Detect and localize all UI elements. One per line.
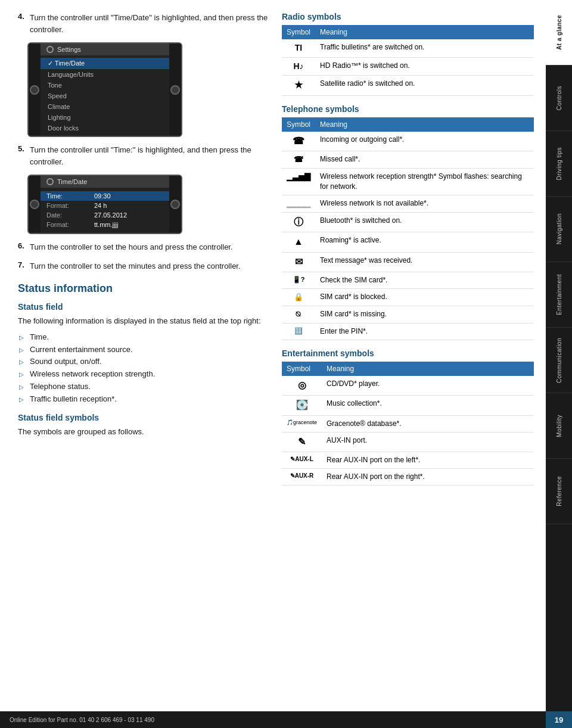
screen1-item-tone[interactable]: Tone [41,80,169,91]
sidebar-label-navigation: Navigation [556,213,562,244]
table-row: 🎵gracenote Gracenote® database*. [282,415,534,432]
radio-symbol-ti: TI [282,39,315,57]
status-information-heading: Status information [18,282,270,295]
radio-symbol-hd: H♪ [282,57,315,76]
tel-symbol-sms: ✉ [282,252,315,272]
tel-meaning-sim-missing: SIM card* is missing. [315,306,534,323]
screen1-menu: ✓ Time/Date Language/Units Tone Speed Cl… [41,55,169,136]
screen2-format2-label: Format: [46,221,94,228]
radio-col-meaning: Meaning [315,25,534,39]
status-field-symbols-desc: The symbols are grouped as follows. [18,426,270,438]
tel-symbol-roaming: ▲ [282,232,315,252]
tel-meaning-sim-check: Check the SIM card*. [315,272,534,289]
ent-symbol-gracenote: 🎵gracenote [282,415,322,432]
ent-symbol-aux: ✎ [282,432,322,452]
screen2-format1-label: Format: [46,202,94,209]
ent-col-meaning: Meaning [322,362,534,376]
main-content: 4. Turn the controller until "Time/Date"… [0,0,546,728]
screen2-row-date[interactable]: Date: 27.05.2012 [41,210,169,220]
screen2-row-format2[interactable]: Format: tt.mm.jjjj [41,220,169,229]
tel-meaning-missed: Missed call*. [315,151,534,168]
screen1-item-language[interactable]: Language/Units [41,69,169,80]
table-row: ⦰ SIM card* is missing. [282,306,534,323]
step-6-number: 6. [18,241,30,253]
screen2-date-label: Date: [46,211,94,219]
screen2-row-format1[interactable]: Format: 24 h [41,201,169,210]
screen-1: Settings ✓ Time/Date Language/Units Tone… [27,42,182,137]
step-7: 7. Turn the controller to set the minute… [18,260,270,272]
ent-symbol-cd: ◎ [282,376,322,396]
table-row: 🔢 Enter the PIN*. [282,323,534,340]
tel-symbol-bluetooth: ⓘ [282,212,315,232]
screen1-title: Settings [57,46,81,53]
sidebar-label-driving-tips: Driving tips [556,147,562,180]
screen2-date-value: 27.05.2012 [94,211,163,219]
screen2-format1-value: 24 h [94,202,163,209]
sidebar-item-controls[interactable]: Controls [546,66,572,131]
ent-meaning-music: Music collection*. [322,396,534,415]
tel-meaning-call: Incoming or outgoing call*. [315,132,534,151]
table-row: ☎̸ Missed call*. [282,151,534,168]
sidebar-item-navigation[interactable]: Navigation [546,197,572,262]
radio-meaning-hd: HD Radio™* is switched on. [315,57,534,76]
radio-symbols-heading: Radio symbols [282,12,534,21]
screen2-time-value: 09:30 [94,192,163,200]
right-column: Radio symbols Symbol Meaning TI Traffic … [282,12,534,704]
footer: Online Edition for Part no. 01 40 2 606 … [0,711,546,728]
telephone-symbols-table: Symbol Meaning ☎ Incoming or outgoing ca… [282,117,534,341]
left-column: 4. Turn the controller until "Time/Date"… [18,12,270,704]
sidebar-label-controls: Controls [556,86,562,110]
tel-col-symbol: Symbol [282,117,315,132]
sidebar-item-communication[interactable]: Communication [546,328,572,393]
table-row: H♪ HD Radio™* is switched on. [282,57,534,76]
radio-col-symbol: Symbol [282,25,315,39]
screen2-title: Time/Date [57,178,87,185]
table-row: ✎AUX-R Rear AUX-IN port on the right*. [282,468,534,485]
tel-meaning-no-signal: Wireless network is not available*. [315,195,534,212]
radio-meaning-satellite: Satellite radio* is switched on. [315,76,534,95]
table-row: ★ Satellite radio* is switched on. [282,76,534,95]
table-row: ▲ Roaming* is active. [282,232,534,252]
sidebar-item-driving-tips[interactable]: Driving tips [546,131,572,197]
screen1-item-lighting[interactable]: Lighting [41,112,169,123]
sidebar-item-at-a-glance[interactable]: At a glance [546,0,572,66]
radio-symbols-table: Symbol Meaning TI Traffic bulletins* are… [282,25,534,96]
step-4-number: 4. [18,12,30,35]
tel-meaning-sim-blocked: SIM card* is blocked. [315,288,534,306]
tel-symbol-missed: ☎̸ [282,151,315,168]
sidebar-label-at-a-glance: At a glance [556,15,562,50]
bullet-traffic: Traffic bulletin reception*. [18,393,270,406]
table-row: 💽 Music collection*. [282,396,534,415]
page-number: 19 [555,715,563,724]
ent-meaning-aux-l: Rear AUX-IN port on the left*. [322,452,534,469]
screen1-title-bar: Settings [41,43,169,55]
screen2-format2-value: tt.mm.jjjj [94,221,163,228]
sidebar-item-reference[interactable]: Reference [546,459,572,524]
bullet-telephone: Telephone status. [18,381,270,393]
bullet-entertainment: Current entertainment source. [18,344,270,356]
tel-symbol-sim-missing: ⦰ [282,306,315,323]
sidebar-label-communication: Communication [556,338,562,383]
screen2-form: Time: 09:30 Format: 24 h Date: 27.05.201… [41,188,169,233]
sidebar: At a glance Controls Driving tips Naviga… [546,0,572,728]
step-7-number: 7. [18,260,30,272]
sidebar-item-entertainment[interactable]: Entertainment [546,262,572,328]
ent-col-symbol: Symbol [282,362,322,376]
table-row: ⓘ Bluetooth* is switched on. [282,212,534,232]
table-row: ☎ Incoming or outgoing call*. [282,132,534,151]
table-row: ✉ Text message* was received. [282,252,534,272]
screen1-item-climate[interactable]: Climate [41,101,169,112]
telephone-symbols-heading: Telephone symbols [282,104,534,114]
screen1-item-doorlocks[interactable]: Door locks [41,123,169,133]
step-6: 6. Turn the controller to set the hours … [18,241,270,253]
screen2-row-time[interactable]: Time: 09:30 [41,191,169,201]
screen1-item-timedate[interactable]: ✓ Time/Date [41,58,169,69]
ent-symbol-aux-l: ✎AUX-L [282,452,322,469]
page-number-box: 19 [546,711,572,728]
tel-symbol-signal: ▁▃▅▇ [282,169,315,195]
screen1-item-speed[interactable]: Speed [41,91,169,101]
screen2-clock-icon [46,178,54,185]
sidebar-item-mobility[interactable]: Mobility [546,393,572,459]
table-row: ▁▁▁▁ Wireless network is not available*. [282,195,534,212]
step-5: 5. Turn the controller until "Time:" is … [18,144,270,167]
